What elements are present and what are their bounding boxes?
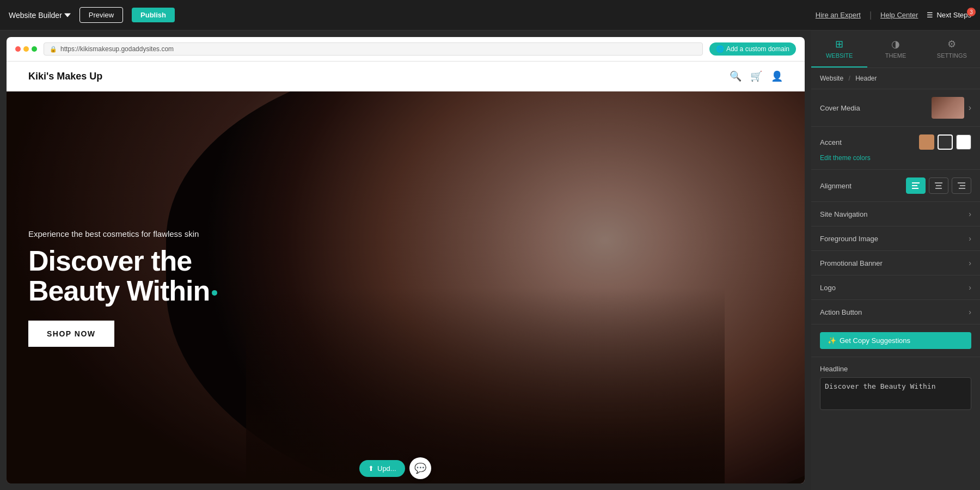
- chat-icon: 💬: [414, 462, 426, 474]
- action-button-chevron: ›: [969, 308, 971, 316]
- tab-settings[interactable]: ⚙ SETTINGS: [924, 30, 980, 68]
- update-icon: ⬆: [368, 464, 374, 473]
- browser-url-bar: 🔒 https://kikismakesup.godaddysites.com: [44, 42, 703, 56]
- alignment-label: Alignment: [820, 182, 852, 190]
- get-copy-section: ✨ Get Copy Suggestions: [811, 324, 980, 357]
- theme-tab-icon: ◑: [891, 38, 900, 50]
- panel-tabs: ⊞ WEBSITE ◑ THEME ⚙ SETTINGS: [811, 30, 980, 68]
- alignment-buttons: [906, 177, 971, 194]
- help-center-link[interactable]: Help Center: [880, 11, 918, 19]
- align-right-button[interactable]: [952, 177, 971, 194]
- header-icons: 🔍 🛒 👤: [730, 70, 783, 82]
- action-button-label: Action Button: [820, 308, 862, 316]
- settings-tab-icon: ⚙: [947, 38, 956, 50]
- account-icon[interactable]: 👤: [771, 70, 783, 82]
- tab-theme[interactable]: ◑ THEME: [867, 30, 923, 68]
- tab-website[interactable]: ⊞ WEBSITE: [811, 30, 867, 68]
- lock-icon: 🔒: [50, 46, 57, 53]
- topbar: Website Builder Preview Publish Hire an …: [0, 0, 980, 30]
- dot-red: [15, 46, 21, 52]
- svg-rect-4: [936, 185, 941, 186]
- hire-expert-link[interactable]: Hire an Expert: [816, 11, 861, 19]
- panel-breadcrumb: Website / Header: [811, 68, 980, 89]
- add-domain-button[interactable]: 🌐 Add a custom domain: [709, 42, 796, 56]
- publish-button[interactable]: Publish: [132, 8, 175, 22]
- site-logo: Kiki's Makes Up: [28, 71, 102, 82]
- swatch-brown[interactable]: [919, 134, 934, 150]
- get-copy-label: Get Copy Suggestions: [840, 336, 910, 345]
- preview-button[interactable]: Preview: [79, 7, 123, 23]
- cover-media-row: Cover Media ›: [820, 97, 971, 119]
- headline-label: Headline: [820, 365, 971, 373]
- nav-item-site-navigation[interactable]: Site Navigation ›: [811, 202, 980, 226]
- svg-rect-1: [912, 185, 917, 186]
- headline-section: Headline: [811, 357, 980, 420]
- svg-rect-0: [912, 182, 920, 183]
- cover-media-section: Cover Media ›: [811, 89, 980, 127]
- swatch-white[interactable]: [956, 134, 971, 150]
- cover-media-thumbnail[interactable]: [932, 97, 964, 119]
- dot-yellow: [23, 46, 29, 52]
- nav-item-action-button[interactable]: Action Button ›: [811, 300, 980, 324]
- add-domain-label: Add a custom domain: [726, 45, 789, 53]
- foreground-image-chevron: ›: [969, 234, 971, 243]
- hero-dot-accent: [212, 290, 217, 296]
- logo-label: Logo: [820, 284, 836, 292]
- brand-label: Website Builder: [9, 11, 62, 20]
- breadcrumb-separator: /: [848, 75, 850, 82]
- svg-rect-3: [935, 182, 942, 183]
- swatch-dark[interactable]: [938, 134, 953, 150]
- edit-theme-link[interactable]: Edit theme colors: [820, 154, 971, 162]
- promotional-banner-label: Promotional Banner: [820, 259, 883, 267]
- topbar-left: Website Builder Preview Publish: [9, 7, 175, 23]
- site-header: Kiki's Makes Up 🔍 🛒 👤: [7, 62, 805, 91]
- next-steps-button[interactable]: ☰ Next Steps 3: [927, 11, 971, 19]
- hero-title: Discover the Beauty Within: [28, 246, 257, 305]
- next-steps-icon: ☰: [927, 11, 933, 19]
- headline-textarea[interactable]: [820, 377, 971, 410]
- accent-section: Accent Edit theme colors: [811, 127, 980, 170]
- hero-section: Experience the best cosmetics for flawle…: [7, 91, 805, 483]
- accent-row: Accent: [820, 134, 971, 150]
- foreground-image-label: Foreground Image: [820, 235, 878, 243]
- website-tab-label: WEBSITE: [826, 52, 853, 59]
- url-text: https://kikismakesup.godaddysites.com: [60, 45, 174, 53]
- next-steps-label: Next Steps: [936, 11, 971, 19]
- align-center-button[interactable]: [929, 177, 948, 194]
- site-navigation-chevron: ›: [969, 210, 971, 218]
- main-layout: 🔒 https://kikismakesup.godaddysites.com …: [0, 30, 980, 490]
- dot-green: [32, 46, 37, 52]
- website-tab-icon: ⊞: [835, 38, 843, 50]
- nav-item-logo[interactable]: Logo ›: [811, 275, 980, 300]
- nav-item-foreground-image[interactable]: Foreground Image ›: [811, 226, 980, 251]
- chat-button[interactable]: 💬: [409, 457, 431, 479]
- shop-now-button[interactable]: SHOP NOW: [28, 321, 114, 347]
- panel-content: Website / Header Cover Media ›: [811, 68, 980, 490]
- search-icon[interactable]: 🔍: [730, 70, 742, 82]
- update-label: Upd...: [377, 464, 396, 473]
- brand-dropdown[interactable]: Website Builder: [9, 11, 71, 20]
- get-copy-button[interactable]: ✨ Get Copy Suggestions: [820, 332, 971, 349]
- topbar-separator: |: [869, 10, 872, 20]
- align-left-button[interactable]: [906, 177, 926, 194]
- svg-rect-6: [958, 182, 965, 183]
- svg-rect-2: [912, 188, 918, 189]
- update-button[interactable]: ⬆ Upd...: [359, 460, 405, 477]
- cover-media-arrow[interactable]: ›: [969, 103, 971, 113]
- svg-rect-5: [935, 188, 942, 189]
- next-steps-badge: 3: [967, 8, 976, 16]
- settings-tab-label: SETTINGS: [937, 52, 967, 59]
- browser-dots: [15, 46, 37, 52]
- nav-item-promotional-banner[interactable]: Promotional Banner ›: [811, 251, 980, 275]
- accent-label: Accent: [820, 138, 842, 146]
- canvas-area: 🔒 https://kikismakesup.godaddysites.com …: [0, 30, 811, 490]
- breadcrumb-current: Header: [855, 75, 877, 82]
- cover-media-label: Cover Media: [820, 104, 860, 112]
- cart-icon[interactable]: 🛒: [750, 70, 762, 82]
- svg-rect-8: [959, 188, 965, 189]
- globe-icon: 🌐: [716, 45, 724, 53]
- right-panel: ⊞ WEBSITE ◑ THEME ⚙ SETTINGS Website / H…: [811, 30, 980, 490]
- browser-chrome: 🔒 https://kikismakesup.godaddysites.com …: [7, 37, 805, 62]
- logo-chevron: ›: [969, 283, 971, 292]
- website-preview: Kiki's Makes Up 🔍 🛒 👤 Experience the bes…: [7, 62, 805, 483]
